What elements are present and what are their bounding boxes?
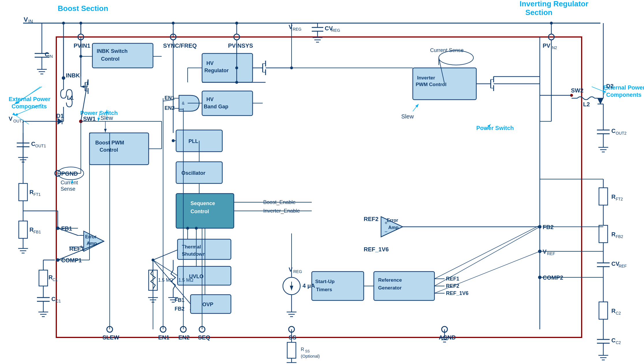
inbk-label: INBK	[66, 72, 80, 79]
svg-point-276	[235, 22, 238, 25]
svg-point-270	[538, 250, 541, 253]
rfb1-sub: FB1	[33, 230, 41, 234]
svg-point-271	[538, 276, 541, 279]
pvinsys-label: PVINSYS	[228, 42, 253, 49]
circuit-diagram: Boost Section Inverting Regulator Sectio…	[0, 0, 644, 364]
rss-optional-label: (Optional)	[301, 354, 320, 359]
sw2-label: SW2	[571, 87, 583, 94]
inverting-section-label2: Section	[525, 8, 552, 17]
svg-rect-32	[19, 221, 27, 238]
svg-text:−: −	[80, 232, 83, 238]
pvin1-label: PVIN1	[74, 42, 90, 49]
vreg-label-top: V	[289, 24, 293, 30]
vin-label: V	[24, 16, 28, 23]
l2-label: L2	[583, 101, 590, 107]
cvreg-sub: REG	[331, 28, 340, 33]
cout2-label: C	[611, 128, 615, 134]
svg-point-284	[152, 259, 154, 261]
pvin2-label: PV	[543, 42, 550, 49]
svg-point-281	[186, 227, 189, 230]
rft1-sub: FT1	[33, 192, 41, 197]
pll-text: PLL	[188, 138, 198, 144]
boost-pwm-box	[89, 133, 149, 165]
error-amp2-label2: Amp	[388, 225, 399, 230]
svg-point-277	[235, 66, 238, 69]
power-switch-label2: Power Switch	[476, 125, 514, 131]
hv-bg-text2: Band Gap	[204, 104, 228, 109]
slew-pin-label: SLEW	[102, 334, 119, 341]
rfb2-label: R	[611, 231, 616, 237]
svg-point-185	[79, 55, 82, 58]
error-amp1-label2: Amp	[87, 241, 97, 246]
hv-reg-text1: HV	[206, 60, 214, 66]
syncfreq-label: SYNC/FREQ	[163, 42, 197, 49]
vreg-startup-sub: REG	[293, 269, 302, 274]
cc1-sub: C1	[56, 299, 61, 303]
oscillator-text: Oscillator	[181, 170, 205, 176]
startup-timers-box	[312, 272, 364, 300]
svg-rect-29	[19, 183, 27, 201]
and-gate-text: &	[182, 101, 185, 105]
ext-power-label-left: External Power	[9, 96, 51, 102]
rft2-sub: FT2	[616, 197, 623, 201]
svg-rect-39	[39, 270, 48, 286]
ref1-out-label: REF1	[446, 276, 459, 282]
cvref-sub: REF	[619, 264, 627, 268]
ref-gen-text1: Reference	[378, 277, 402, 283]
seq-ctrl-text2: Control	[191, 209, 209, 214]
vreg-startup-label: V	[289, 266, 293, 273]
boost-pwm-text2: Control	[100, 147, 118, 153]
cc2-label: C	[611, 337, 615, 343]
svg-point-183	[62, 22, 65, 25]
rft2-label: R	[611, 194, 616, 200]
svg-rect-160	[599, 188, 608, 205]
svg-rect-166	[599, 302, 608, 319]
l1-label: L1	[67, 94, 74, 101]
inverter-pwm-text2: PWM Control	[416, 82, 447, 87]
svg-rect-163	[599, 225, 608, 243]
inbk-switch-text1: INBK Switch	[97, 48, 128, 54]
rc2-label: R	[611, 308, 616, 314]
current-sense-boost2: Sense	[61, 186, 75, 192]
ovp-text: OVP	[202, 302, 213, 307]
pvin2-sub: IN2	[551, 45, 557, 50]
ref1-label-left: REF1	[69, 246, 84, 252]
cout1-sub: OUT1	[35, 144, 46, 148]
ext-power-label-right2: Components	[606, 92, 641, 98]
svg-point-180	[79, 22, 82, 25]
svg-point-49	[62, 76, 65, 80]
hv-bandgap-box	[202, 91, 253, 116]
inverting-section-label: Inverting Regulator	[520, 0, 588, 8]
seq-ctrl-text1: Sequence	[191, 200, 215, 206]
en2-pin-label: EN2	[178, 334, 190, 341]
d1-label: D1	[56, 113, 64, 119]
rfb2-sub: FB2	[616, 234, 623, 239]
vout1-label: V	[9, 116, 13, 122]
seq-pin-label: SEQ	[198, 334, 210, 341]
cout2-sub: OUT2	[616, 131, 627, 135]
svg-point-119	[550, 22, 553, 25]
cc2-sub: C2	[616, 340, 621, 345]
rc1-sub: C1	[53, 277, 58, 282]
inbk-switch-text2: Control	[101, 56, 120, 62]
rss-label: R	[301, 347, 304, 352]
rss-sub: SS	[305, 349, 310, 353]
cout1-label: C	[31, 141, 35, 147]
svg-point-282	[195, 227, 198, 230]
hv-reg-text2: Regulator	[204, 68, 229, 73]
vref-sub: REF	[547, 251, 555, 256]
ref1v6-label: REF_1V6	[364, 246, 389, 252]
thermal-shutdown-text1: Thermal	[182, 244, 201, 250]
sw1-label: SW1	[83, 116, 96, 122]
current-sense-inv1: Current Sense	[430, 47, 464, 53]
svg-point-199	[235, 81, 238, 84]
vin-sub: IN	[28, 19, 33, 24]
vout1-sub: OUT1	[13, 119, 24, 123]
ss-label: SS	[289, 334, 296, 341]
current-sense-boost1: Current	[61, 180, 78, 185]
vreg-sub: REG	[293, 27, 301, 31]
current-source-label: 4 μA	[303, 283, 315, 289]
fb2-ovp-label: FB2	[175, 306, 184, 312]
svg-point-278	[290, 66, 293, 69]
hv-bg-text1: HV	[206, 96, 214, 102]
